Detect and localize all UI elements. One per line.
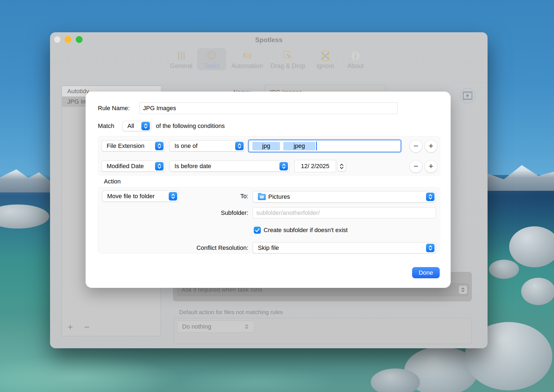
- extensions-token-field[interactable]: jpg jpeg: [249, 141, 400, 151]
- condition2-remove-button[interactable]: −: [410, 160, 422, 173]
- match-select[interactable]: All: [122, 121, 151, 131]
- stepper-icon: [235, 142, 244, 150]
- match-label: Match: [98, 120, 114, 132]
- stepper-icon: [155, 142, 164, 150]
- stepper-icon: [169, 192, 177, 200]
- chevron-updown-icon: [243, 323, 250, 330]
- window-title: Spotless: [50, 36, 488, 44]
- date-field[interactable]: 12/ 2/2025: [294, 160, 336, 172]
- chevron-updown-icon: [459, 286, 467, 294]
- checkmark-icon: [254, 227, 261, 234]
- toolbar-item-dragdrop[interactable]: Drag & Drop: [267, 48, 308, 70]
- stepper-icon: [279, 162, 288, 170]
- film-play-icon: [463, 91, 473, 100]
- remove-task-button[interactable]: −: [84, 322, 90, 332]
- action-type-select[interactable]: Move file to folder: [102, 191, 179, 202]
- conflict-resolution-label: Conflict Resolution:: [175, 242, 248, 253]
- condition1-remove-button[interactable]: −: [410, 140, 422, 153]
- desktop: Spotless General: [0, 0, 554, 392]
- match-suffix-label: of the following conditions: [156, 120, 225, 132]
- condition2-operator-value: Is before date: [174, 163, 211, 170]
- stepper-icon: [426, 244, 435, 252]
- stepper-icon: [141, 122, 150, 130]
- match-select-value: All: [127, 122, 134, 130]
- toolbar-label-about: About: [335, 62, 376, 70]
- gear-arrows-icon: [241, 50, 253, 62]
- date-stepper[interactable]: [337, 161, 346, 171]
- info-icon: [349, 50, 361, 62]
- create-subfolder-label: Create subfolder if doesn't exist: [264, 226, 348, 234]
- toolbar-label-automation: Automation: [227, 62, 268, 70]
- run-task-button[interactable]: [460, 88, 475, 103]
- destination-folder-select[interactable]: Pictures: [253, 191, 436, 203]
- action-section-label: Action: [104, 177, 121, 186]
- condition1-field-select[interactable]: File Extension: [101, 140, 165, 151]
- toolbar-item-about[interactable]: About: [335, 48, 376, 70]
- toolbar-item-automation[interactable]: Automation: [227, 48, 268, 70]
- to-label: To:: [227, 191, 248, 202]
- default-action-label: Default action for files not matching ru…: [179, 309, 283, 315]
- create-subfolder-checkbox[interactable]: [254, 227, 261, 234]
- text-caret: [316, 142, 317, 150]
- sliders-icon: [175, 50, 187, 62]
- condition1-field-value: File Extension: [107, 142, 144, 150]
- drag-drop-icon: [282, 50, 294, 62]
- conflict-resolution-select[interactable]: Skip file: [253, 242, 436, 253]
- stepper-icon: [155, 162, 164, 170]
- toolbar-item-tasks[interactable]: Tasks: [191, 48, 232, 70]
- checkmark-circle-icon: [206, 50, 218, 62]
- rule-editor-dialog: Rule Name: JPG Images Match All of the f…: [86, 92, 451, 288]
- stepper-icon: [426, 193, 435, 201]
- subfolder-label: Subfolder:: [211, 207, 248, 218]
- condition2-field-value: Modified Date: [107, 163, 144, 170]
- done-button[interactable]: Done: [412, 267, 440, 278]
- wallpaper-rock: [521, 278, 554, 305]
- toolbar-label-tasks: Tasks: [191, 62, 232, 70]
- token-jpg[interactable]: jpg: [252, 142, 280, 150]
- condition1-add-button[interactable]: +: [425, 140, 437, 153]
- ignore-icon: [319, 50, 331, 62]
- folder-icon: [258, 194, 266, 200]
- add-task-button[interactable]: +: [68, 322, 73, 332]
- conditions-box: File Extension Is one of jpg jpeg − + Mo…: [98, 136, 440, 175]
- rule-name-field[interactable]: JPG Images: [139, 103, 398, 114]
- conflict-resolution-value: Skip file: [258, 244, 279, 251]
- action-type-value: Move file to folder: [107, 193, 155, 200]
- condition2-operator-select[interactable]: Is before date: [169, 160, 289, 172]
- subfolder-field[interactable]: subfolder/anotherfolder/: [253, 207, 436, 218]
- condition1-operator-value: Is one of: [174, 142, 197, 150]
- condition2-add-button[interactable]: +: [425, 160, 437, 173]
- condition1-operator-select[interactable]: Is one of: [169, 140, 245, 151]
- rule-name-label: Rule Name:: [98, 103, 130, 114]
- action-box: Move file to folder To: Pictures Subfold…: [98, 187, 440, 253]
- wallpaper-rock: [489, 260, 519, 279]
- destination-folder-value: Pictures: [268, 193, 290, 200]
- condition2-field-select[interactable]: Modified Date: [101, 160, 165, 172]
- toolbar-label-dragdrop: Drag & Drop: [267, 62, 308, 70]
- token-jpeg[interactable]: jpeg: [283, 142, 315, 150]
